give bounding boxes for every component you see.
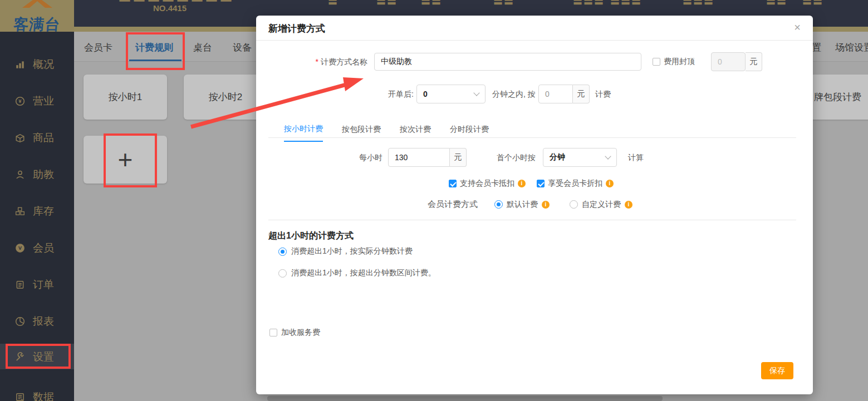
default-billing-radio[interactable] xyxy=(494,200,503,209)
after-open-select[interactable]: 0 xyxy=(416,85,486,103)
member-deduct-checkbox[interactable] xyxy=(449,180,457,187)
tab-tables[interactable]: 桌台 xyxy=(193,41,212,54)
billing-card-hourly1[interactable]: 按小时1 xyxy=(84,75,167,120)
sidebar-item-data[interactable]: 数据 xyxy=(0,386,74,401)
billing-card-label: 牌包段计费 xyxy=(814,91,861,103)
calc-suffix-label: 计算 xyxy=(628,148,644,167)
topbar-fragment-icon: 〓〓〓 xyxy=(682,0,714,7)
sidebar-item-assistants[interactable]: 助教 xyxy=(0,164,74,186)
modal-header-divider xyxy=(256,40,813,41)
sidebar-item-business[interactable]: ¥ 营业 xyxy=(0,90,74,112)
member-circle-icon: V xyxy=(15,243,25,253)
sidebar-item-inventory[interactable]: 库存 xyxy=(0,200,74,222)
add-billing-method-modal: 新增计费方式 × *计费方式名称 中级助教 费用封顶 0 元 开单后: 0 分钟… xyxy=(256,16,813,394)
tab-devices[interactable]: 设备 xyxy=(233,41,252,54)
clipboard-icon xyxy=(15,280,25,290)
first-hour-label: 首个小时按 xyxy=(497,148,536,167)
billing-type-tabs: 按小时计费 按包段计费 按次计费 分时段计费 xyxy=(284,124,489,142)
plus-icon: + xyxy=(118,147,133,172)
tab-billing-rules[interactable]: 计费规则 xyxy=(135,41,173,54)
custom-billing-radio[interactable] xyxy=(570,200,578,209)
after-open-label: 开单后: xyxy=(388,85,414,103)
info-icon xyxy=(542,201,550,209)
fee-cap-checkbox[interactable] xyxy=(653,58,660,66)
save-button[interactable]: 保存 xyxy=(761,362,793,379)
within-amount-input[interactable]: 0 xyxy=(538,85,573,103)
sidebar-item-overview[interactable]: 概况 xyxy=(0,53,74,76)
custom-billing-label: 自定义计费 xyxy=(582,200,621,210)
member-deduct-label: 支持会员卡抵扣 xyxy=(460,179,514,189)
pie-chart-icon xyxy=(15,316,25,326)
billing-suffix-label: 计费 xyxy=(595,85,611,103)
topbar-fragment-icon: 〓〓 xyxy=(493,0,514,7)
sidebar-item-label: 设置 xyxy=(33,350,54,364)
modal-title: 新增计费方式 xyxy=(268,22,325,35)
service-fee-checkbox[interactable] xyxy=(269,329,277,336)
topbar-fragment-icon: 〓 xyxy=(327,0,338,7)
active-tab-underline xyxy=(129,60,182,61)
sidebar-item-label: 营业 xyxy=(33,94,54,108)
fee-cap-unit: 元 xyxy=(746,52,762,71)
within-amount-unit: 元 xyxy=(573,85,590,103)
member-billing-options: 会员计费方式 默认计费 自定义计费 xyxy=(428,199,632,210)
horizontal-scrollbar[interactable] xyxy=(267,396,663,401)
add-billing-card[interactable]: + xyxy=(84,136,167,184)
billing-card-hourly2[interactable]: 按小时2 xyxy=(184,75,267,120)
member-billing-label: 会员计费方式 xyxy=(428,199,478,210)
tabs-bottom-divider xyxy=(268,137,796,138)
tab-per-use-billing[interactable]: 按次计费 xyxy=(400,125,431,141)
info-icon xyxy=(518,180,526,187)
store-number: NO.4415 xyxy=(142,3,198,13)
overtime-range-radio[interactable] xyxy=(278,269,287,278)
chevron-down-icon xyxy=(473,90,479,96)
hourly-rate-input[interactable]: 130 xyxy=(388,148,450,167)
tab-member-card[interactable]: 会员卡 xyxy=(84,41,112,54)
hourly-rate-unit: 元 xyxy=(450,148,467,167)
fee-cap-label: 费用封顶 xyxy=(664,57,695,67)
sidebar-item-label: 商品 xyxy=(33,131,54,145)
overtime-range-label: 消费超出1小时，按超出分钟数区间计费。 xyxy=(291,268,436,278)
sidebar-item-products[interactable]: 商品 xyxy=(0,127,74,149)
sidebar-item-reports[interactable]: 报表 xyxy=(0,310,74,333)
overtime-actual-radio[interactable] xyxy=(278,247,287,256)
box-icon xyxy=(15,133,25,143)
app-logo: 客满台 xyxy=(0,0,74,32)
sidebar-item-label: 会员 xyxy=(33,241,54,255)
wrench-icon xyxy=(15,352,25,362)
document-icon xyxy=(15,392,25,401)
topbar-fragment-icon: 〓〓 xyxy=(420,0,442,7)
overtime-actual-label: 消费超出1小时，按实际分钟数计费 xyxy=(291,246,413,256)
fee-cap-input[interactable]: 0 xyxy=(711,52,746,71)
default-billing-label: 默认计费 xyxy=(507,200,538,210)
required-asterisk: * xyxy=(316,57,318,66)
service-fee-label: 加收服务费 xyxy=(281,328,320,338)
service-fee-option: 加收服务费 xyxy=(269,328,320,338)
sidebar: 客满台 概况 ¥ 营业 商品 助教 库存 V 会员 订单 报表 设置 数据 xyxy=(0,0,74,401)
bar-chart-icon xyxy=(15,60,25,70)
member-discount-checkbox[interactable] xyxy=(537,180,545,187)
chevron-down-icon xyxy=(605,153,611,159)
topbar-fragment-icon: 〓〓 xyxy=(802,0,823,7)
cubes-icon xyxy=(15,206,25,216)
sidebar-item-settings[interactable]: 设置 xyxy=(0,346,74,368)
member-discount-label: 享受会员卡折扣 xyxy=(548,179,602,189)
tab-hourly-billing[interactable]: 按小时计费 xyxy=(284,124,323,142)
sidebar-item-label: 库存 xyxy=(33,204,54,219)
sidebar-item-label: 概况 xyxy=(33,57,54,72)
tab-venue-settings[interactable]: 场馆设置 xyxy=(835,41,868,54)
person-icon xyxy=(15,170,25,180)
overtime-option-1: 消费超出1小时，按实际分钟数计费 xyxy=(278,246,413,256)
topbar-fragment-icon: 〓〓 xyxy=(766,0,787,7)
tab-timeslot-billing[interactable]: 分时段计费 xyxy=(450,125,489,141)
tab-package-billing[interactable]: 按包段计费 xyxy=(342,125,381,141)
billing-name-input[interactable]: 中级助教 xyxy=(374,53,641,71)
close-icon[interactable]: × xyxy=(791,21,804,34)
sidebar-item-members[interactable]: V 会员 xyxy=(0,237,74,259)
yen-circle-icon: ¥ xyxy=(15,96,25,106)
tab-fragment-right[interactable]: 置 xyxy=(812,41,821,54)
logo-title: 客满台 xyxy=(0,14,74,32)
sidebar-item-orders[interactable]: 订单 xyxy=(0,274,74,296)
billing-card-label: 按小时2 xyxy=(209,91,242,103)
logo-mark-icon xyxy=(22,0,52,8)
first-hour-select[interactable]: 分钟 xyxy=(543,148,617,167)
